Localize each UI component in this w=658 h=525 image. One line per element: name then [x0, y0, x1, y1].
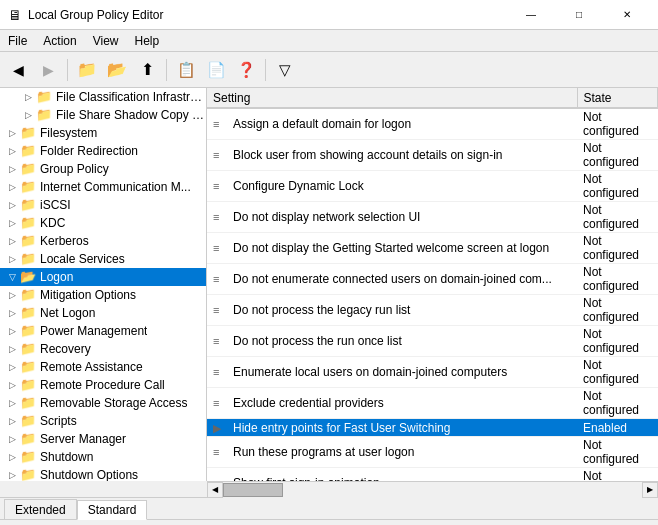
scroll-left-button[interactable]: ◀: [207, 482, 223, 498]
table-row[interactable]: ≡Do not display the Getting Started welc…: [207, 233, 658, 264]
state-cell: Not configured: [577, 295, 658, 326]
expander-kdc[interactable]: ▷: [4, 215, 20, 231]
expander-group-policy[interactable]: ▷: [4, 161, 20, 177]
folder-icon-file-class: 📁: [36, 90, 52, 104]
expander-filesystem[interactable]: ▷: [4, 125, 20, 141]
folder-button-2[interactable]: 📂: [103, 56, 131, 84]
folder-icon-file-share: 📁: [36, 108, 52, 122]
forward-button[interactable]: ▶: [34, 56, 62, 84]
folder-icon-server-manager: 📁: [20, 432, 36, 446]
tree-item-logon[interactable]: ▽ 📂 Logon: [0, 268, 206, 286]
folder-button-1[interactable]: 📁: [73, 56, 101, 84]
tree-item-shutdown[interactable]: ▷ 📁 Shutdown: [0, 448, 206, 466]
state-cell: Not configured: [577, 264, 658, 295]
expander-removable-storage[interactable]: ▷: [4, 395, 20, 411]
menu-view[interactable]: View: [85, 32, 127, 50]
scroll-track[interactable]: [223, 482, 642, 498]
table-row[interactable]: ≡Configure Dynamic LockNot configured: [207, 171, 658, 202]
tree-label-recovery: Recovery: [40, 342, 91, 356]
horizontal-scrollbar[interactable]: ◀ ▶: [207, 481, 658, 497]
tree-label-kdc: KDC: [40, 216, 65, 230]
scroll-right-button[interactable]: ▶: [642, 482, 658, 498]
tree-item-removable-storage[interactable]: ▷ 📁 Removable Storage Access: [0, 394, 206, 412]
help-button[interactable]: ❓: [232, 56, 260, 84]
properties-button-1[interactable]: 📋: [172, 56, 200, 84]
tree-item-scripts[interactable]: ▷ 📁 Scripts: [0, 412, 206, 430]
col-header-state[interactable]: State: [577, 88, 658, 108]
tree-item-kdc[interactable]: ▷ 📁 KDC: [0, 214, 206, 232]
expander-file-share[interactable]: ▷: [20, 107, 36, 123]
setting-cell: ≡Do not process the legacy run list: [207, 295, 577, 326]
expander-locale-services[interactable]: ▷: [4, 251, 20, 267]
tree-item-file-share[interactable]: ▷ 📁 File Share Shadow Copy Prc: [0, 106, 206, 124]
tree-item-kerberos[interactable]: ▷ 📁 Kerberos: [0, 232, 206, 250]
scroll-thumb[interactable]: [223, 483, 283, 497]
tree-label-power-mgmt: Power Management: [40, 324, 147, 338]
close-button[interactable]: ✕: [604, 0, 650, 30]
tree-item-mitigation-options[interactable]: ▷ 📁 Mitigation Options: [0, 286, 206, 304]
up-button[interactable]: ⬆: [133, 56, 161, 84]
tree-item-internet-comm[interactable]: ▷ 📁 Internet Communication M...: [0, 178, 206, 196]
folder-icon-logon: 📂: [20, 270, 36, 284]
menu-help[interactable]: Help: [127, 32, 168, 50]
expander-folder-redirect[interactable]: ▷: [4, 143, 20, 159]
table-row[interactable]: ≡Exclude credential providersNot configu…: [207, 388, 658, 419]
maximize-button[interactable]: □: [556, 0, 602, 30]
minimize-button[interactable]: —: [508, 0, 554, 30]
table-row[interactable]: ≡Do not enumerate connected users on dom…: [207, 264, 658, 295]
table-row[interactable]: ≡Run these programs at user logonNot con…: [207, 437, 658, 468]
table-row[interactable]: ≡Do not process the run once listNot con…: [207, 326, 658, 357]
folder-icon-group-policy: 📁: [20, 162, 36, 176]
tree-item-iscsi[interactable]: ▷ 📁 iSCSI: [0, 196, 206, 214]
tree-item-power-mgmt[interactable]: ▷ 📁 Power Management: [0, 322, 206, 340]
tree-item-remote-assist[interactable]: ▷ 📁 Remote Assistance: [0, 358, 206, 376]
col-header-setting[interactable]: Setting: [207, 88, 577, 108]
expander-net-logon[interactable]: ▷: [4, 305, 20, 321]
table-row[interactable]: ≡Show first sign-in animationNot configu…: [207, 468, 658, 482]
table-row[interactable]: ≡Enumerate local users on domain-joined …: [207, 357, 658, 388]
expander-power-mgmt[interactable]: ▷: [4, 323, 20, 339]
tab-extended[interactable]: Extended: [4, 499, 77, 519]
folder-icon-shutdown-options: 📁: [20, 468, 36, 481]
table-row[interactable]: ≡Assign a default domain for logonNot co…: [207, 108, 658, 140]
menu-file[interactable]: File: [0, 32, 35, 50]
expander-mitigation-options[interactable]: ▷: [4, 287, 20, 303]
setting-icon: ≡: [213, 180, 231, 192]
expander-logon[interactable]: ▽: [4, 269, 20, 285]
table-row[interactable]: ▶Hide entry points for Fast User Switchi…: [207, 419, 658, 437]
expander-scripts[interactable]: ▷: [4, 413, 20, 429]
setting-cell: ≡Do not enumerate connected users on dom…: [207, 264, 577, 295]
tree-item-server-manager[interactable]: ▷ 📁 Server Manager: [0, 430, 206, 448]
tree-item-locale-services[interactable]: ▷ 📁 Locale Services: [0, 250, 206, 268]
expander-kerberos[interactable]: ▷: [4, 233, 20, 249]
expander-server-manager[interactable]: ▷: [4, 431, 20, 447]
expander-remote-proc[interactable]: ▷: [4, 377, 20, 393]
tab-standard[interactable]: Standard: [77, 500, 148, 520]
back-button[interactable]: ◀: [4, 56, 32, 84]
toolbar-separator-1: [67, 59, 68, 81]
expander-recovery[interactable]: ▷: [4, 341, 20, 357]
expander-remote-assist[interactable]: ▷: [4, 359, 20, 375]
tree-item-shutdown-options[interactable]: ▷ 📁 Shutdown Options: [0, 466, 206, 481]
tree-item-filesystem[interactable]: ▷ 📁 Filesystem: [0, 124, 206, 142]
expander-iscsi[interactable]: ▷: [4, 197, 20, 213]
tree-item-file-class[interactable]: ▷ 📁 File Classification Infrastruc...: [0, 88, 206, 106]
expander-shutdown[interactable]: ▷: [4, 449, 20, 465]
expander-internet-comm[interactable]: ▷: [4, 179, 20, 195]
tree-item-remote-proc[interactable]: ▷ 📁 Remote Procedure Call: [0, 376, 206, 394]
table-row[interactable]: ≡Do not process the legacy run listNot c…: [207, 295, 658, 326]
filter-button[interactable]: ▽: [271, 56, 299, 84]
tree-item-folder-redirect[interactable]: ▷ 📁 Folder Redirection: [0, 142, 206, 160]
expander-shutdown-options[interactable]: ▷: [4, 467, 20, 481]
expander-file-class[interactable]: ▷: [20, 89, 36, 105]
state-cell: Not configured: [577, 468, 658, 482]
table-row[interactable]: ≡Block user from showing account details…: [207, 140, 658, 171]
properties-button-2[interactable]: 📄: [202, 56, 230, 84]
table-row[interactable]: ≡Do not display network selection UINot …: [207, 202, 658, 233]
tree-item-group-policy[interactable]: ▷ 📁 Group Policy: [0, 160, 206, 178]
tree-item-recovery[interactable]: ▷ 📁 Recovery: [0, 340, 206, 358]
setting-cell: ≡Show first sign-in animation: [207, 468, 577, 482]
setting-icon: ≡: [213, 273, 231, 285]
tree-item-net-logon[interactable]: ▷ 📁 Net Logon: [0, 304, 206, 322]
menu-action[interactable]: Action: [35, 32, 84, 50]
